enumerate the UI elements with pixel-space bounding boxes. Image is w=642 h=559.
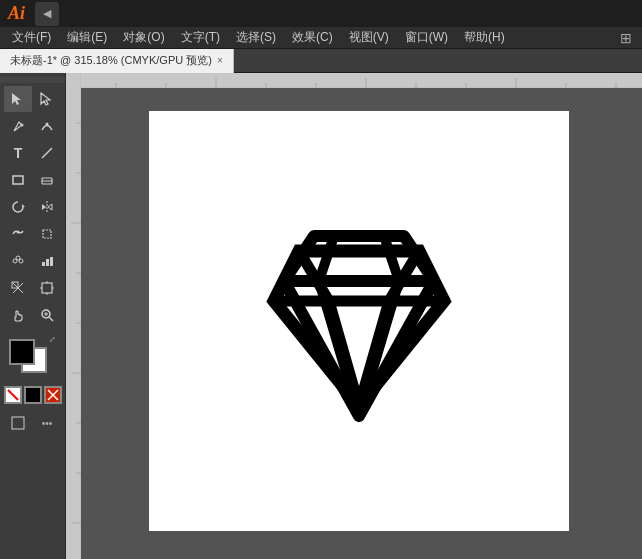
- svg-line-56: [319, 236, 334, 281]
- tool-row-type: T: [0, 140, 65, 166]
- svg-line-4: [42, 148, 52, 158]
- svg-rect-33: [12, 417, 24, 429]
- svg-rect-17: [42, 262, 45, 266]
- diamond-artwork: [259, 216, 459, 426]
- canvas-area[interactable]: [66, 73, 642, 559]
- type-tool[interactable]: T: [4, 140, 32, 166]
- svg-marker-8: [22, 204, 25, 207]
- hand-tool[interactable]: [4, 302, 32, 328]
- pen-tool[interactable]: [4, 113, 32, 139]
- menu-type[interactable]: 文字(T): [173, 27, 228, 48]
- svg-line-57: [384, 236, 399, 281]
- vertical-ruler: [66, 73, 81, 559]
- svg-marker-0: [12, 93, 21, 105]
- tool-row-select: [0, 86, 65, 112]
- svg-rect-13: [43, 230, 51, 238]
- rectangle-tool[interactable]: [4, 167, 32, 193]
- svg-point-12: [17, 231, 20, 234]
- menu-window[interactable]: 窗口(W): [397, 27, 456, 48]
- svg-point-2: [21, 124, 24, 127]
- svg-point-16: [16, 256, 20, 260]
- stroke-fill-row: [4, 386, 62, 404]
- menu-help[interactable]: 帮助(H): [456, 27, 513, 48]
- svg-point-3: [46, 123, 49, 126]
- fill-black-indicator[interactable]: [24, 386, 42, 404]
- tab-label: 未标题-1* @ 315.18% (CMYK/GPU 预览): [10, 53, 212, 68]
- tool-row-shape: [0, 167, 65, 193]
- direct-select-tool[interactable]: [33, 86, 61, 112]
- tool-row-pen: [0, 113, 65, 139]
- svg-rect-18: [46, 259, 49, 266]
- screen-mode-button[interactable]: [4, 410, 32, 436]
- horizontal-ruler: [66, 73, 642, 88]
- svg-line-27: [49, 317, 53, 321]
- tool-row-bottom: •••: [4, 410, 61, 436]
- nav-back-button[interactable]: ◀: [35, 2, 59, 26]
- app-logo: Ai: [8, 3, 25, 24]
- line-tool[interactable]: [33, 140, 61, 166]
- menu-effects[interactable]: 效果(C): [284, 27, 341, 48]
- tab-close-button[interactable]: ×: [217, 55, 223, 66]
- workspace-switcher[interactable]: ⊞: [620, 30, 638, 46]
- warp-tool[interactable]: [4, 221, 32, 247]
- svg-rect-19: [50, 257, 53, 266]
- reset-colors-icon[interactable]: ⤢: [49, 335, 61, 347]
- toolbar: T: [0, 73, 66, 559]
- color-swatch-area: ⤢: [1, 333, 65, 385]
- tool-row-warp: [0, 221, 65, 247]
- tool-row-view: [0, 302, 65, 328]
- fill-red-indicator[interactable]: [44, 386, 62, 404]
- eraser-tool[interactable]: [33, 167, 61, 193]
- tool-row-transform: [0, 194, 65, 220]
- tool-row-slice: [0, 275, 65, 301]
- foreground-color-swatch[interactable]: [9, 339, 35, 365]
- slice-tool[interactable]: [4, 275, 32, 301]
- rotate-tool[interactable]: [4, 194, 32, 220]
- artboard-tool[interactable]: [33, 275, 61, 301]
- select-tool[interactable]: [4, 86, 32, 112]
- toolbar-ruler: [0, 77, 65, 83]
- fill-none-indicator[interactable]: [4, 386, 22, 404]
- document-tab[interactable]: 未标题-1* @ 315.18% (CMYK/GPU 预览) ×: [0, 49, 234, 73]
- tab-bar: 未标题-1* @ 315.18% (CMYK/GPU 预览) ×: [0, 49, 642, 73]
- svg-rect-5: [13, 176, 23, 184]
- tool-row-symbol: [0, 248, 65, 274]
- menu-select[interactable]: 选择(S): [228, 27, 284, 48]
- svg-marker-1: [41, 93, 50, 105]
- free-transform-tool[interactable]: [33, 221, 61, 247]
- zoom-tool[interactable]: [33, 302, 61, 328]
- svg-marker-10: [42, 204, 46, 210]
- chart-tool[interactable]: [33, 248, 61, 274]
- reflect-tool[interactable]: [33, 194, 61, 220]
- canvas-document: [149, 111, 569, 531]
- symbol-tool[interactable]: [4, 248, 32, 274]
- bottom-tool-area: •••: [4, 410, 61, 437]
- more-tools-button[interactable]: •••: [33, 410, 61, 436]
- menu-view[interactable]: 视图(V): [341, 27, 397, 48]
- title-bar: Ai ◀: [0, 0, 642, 27]
- menu-edit[interactable]: 编辑(E): [59, 27, 115, 48]
- menu-bar: 文件(F) 编辑(E) 对象(O) 文字(T) 选择(S) 效果(C) 视图(V…: [0, 27, 642, 49]
- svg-rect-21: [42, 283, 52, 293]
- svg-line-30: [8, 390, 18, 400]
- menu-object[interactable]: 对象(O): [115, 27, 172, 48]
- curvature-tool[interactable]: [33, 113, 61, 139]
- menu-file[interactable]: 文件(F): [4, 27, 59, 48]
- svg-marker-11: [48, 204, 52, 210]
- main-area: T: [0, 73, 642, 559]
